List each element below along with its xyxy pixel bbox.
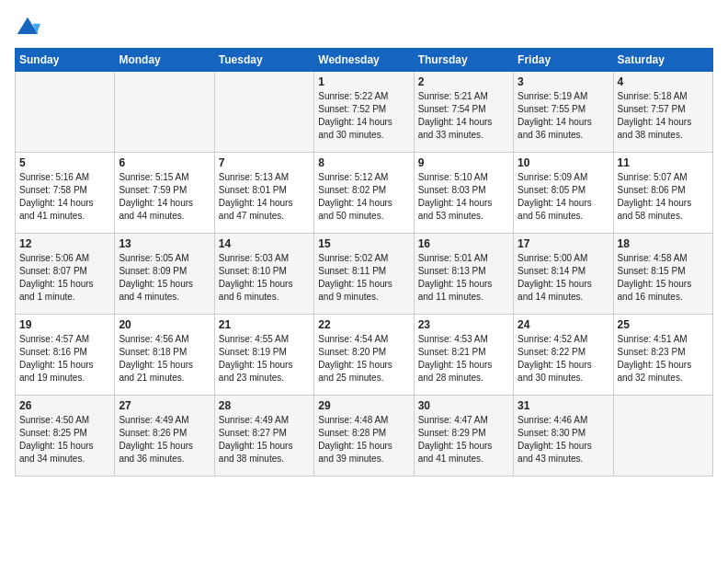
calendar-table: SundayMondayTuesdayWednesdayThursdayFrid… (15, 48, 713, 477)
day-info: Sunrise: 5:07 AM Sunset: 8:06 PM Dayligh… (618, 171, 709, 223)
calendar-cell: 15Sunrise: 5:02 AM Sunset: 8:11 PM Dayli… (314, 234, 414, 315)
day-info: Sunrise: 5:22 AM Sunset: 7:52 PM Dayligh… (318, 90, 409, 142)
day-info: Sunrise: 4:53 AM Sunset: 8:21 PM Dayligh… (418, 333, 509, 385)
day-info: Sunrise: 5:09 AM Sunset: 8:05 PM Dayligh… (518, 171, 609, 223)
day-info: Sunrise: 5:05 AM Sunset: 8:09 PM Dayligh… (119, 252, 210, 304)
week-row-3: 19Sunrise: 4:57 AM Sunset: 8:16 PM Dayli… (16, 315, 713, 396)
calendar-cell: 14Sunrise: 5:03 AM Sunset: 8:10 PM Dayli… (214, 234, 313, 315)
calendar-cell: 23Sunrise: 4:53 AM Sunset: 8:21 PM Dayli… (414, 315, 513, 396)
day-number: 6 (119, 156, 210, 169)
day-number: 17 (518, 237, 609, 250)
day-number: 2 (418, 75, 509, 88)
day-number: 24 (518, 318, 609, 331)
day-info: Sunrise: 5:00 AM Sunset: 8:14 PM Dayligh… (518, 252, 609, 304)
day-info: Sunrise: 4:56 AM Sunset: 8:18 PM Dayligh… (119, 333, 210, 385)
day-number: 10 (518, 156, 609, 169)
day-number: 20 (119, 318, 210, 331)
day-info: Sunrise: 5:01 AM Sunset: 8:13 PM Dayligh… (418, 252, 509, 304)
day-info: Sunrise: 4:54 AM Sunset: 8:20 PM Dayligh… (318, 333, 409, 385)
day-number: 31 (518, 399, 609, 412)
day-info: Sunrise: 4:49 AM Sunset: 8:26 PM Dayligh… (119, 414, 210, 465)
day-info: Sunrise: 5:02 AM Sunset: 8:11 PM Dayligh… (318, 252, 409, 304)
day-info: Sunrise: 5:06 AM Sunset: 8:07 PM Dayligh… (19, 252, 110, 304)
calendar-cell: 3Sunrise: 5:19 AM Sunset: 7:55 PM Daylig… (514, 72, 613, 153)
calendar-cell: 5Sunrise: 5:16 AM Sunset: 7:58 PM Daylig… (16, 153, 115, 234)
week-row-2: 12Sunrise: 5:06 AM Sunset: 8:07 PM Dayli… (16, 234, 713, 315)
calendar-cell: 18Sunrise: 4:58 AM Sunset: 8:15 PM Dayli… (613, 234, 712, 315)
calendar-cell: 27Sunrise: 4:49 AM Sunset: 8:26 PM Dayli… (115, 396, 214, 477)
calendar-cell: 22Sunrise: 4:54 AM Sunset: 8:20 PM Dayli… (314, 315, 414, 396)
day-number: 11 (618, 156, 709, 169)
header-day-saturday: Saturday (613, 49, 712, 72)
day-number: 9 (418, 156, 509, 169)
calendar-cell: 13Sunrise: 5:05 AM Sunset: 8:09 PM Dayli… (115, 234, 214, 315)
calendar-cell: 16Sunrise: 5:01 AM Sunset: 8:13 PM Dayli… (414, 234, 513, 315)
day-info: Sunrise: 4:46 AM Sunset: 8:30 PM Dayligh… (518, 414, 609, 465)
day-number: 27 (119, 399, 210, 412)
day-number: 25 (618, 318, 709, 331)
calendar-cell: 24Sunrise: 4:52 AM Sunset: 8:22 PM Dayli… (514, 315, 613, 396)
day-info: Sunrise: 4:58 AM Sunset: 8:15 PM Dayligh… (618, 252, 709, 304)
day-number: 29 (318, 399, 409, 412)
calendar-cell: 11Sunrise: 5:07 AM Sunset: 8:06 PM Dayli… (613, 153, 712, 234)
day-info: Sunrise: 4:51 AM Sunset: 8:23 PM Dayligh… (618, 333, 709, 385)
calendar-cell: 30Sunrise: 4:47 AM Sunset: 8:29 PM Dayli… (414, 396, 513, 477)
week-row-0: 1Sunrise: 5:22 AM Sunset: 7:52 PM Daylig… (16, 72, 713, 153)
day-info: Sunrise: 5:19 AM Sunset: 7:55 PM Dayligh… (518, 90, 609, 142)
day-number: 26 (19, 399, 110, 412)
header-day-monday: Monday (115, 49, 214, 72)
day-info: Sunrise: 5:03 AM Sunset: 8:10 PM Dayligh… (219, 252, 310, 304)
day-number: 22 (318, 318, 409, 331)
day-info: Sunrise: 4:48 AM Sunset: 8:28 PM Dayligh… (318, 414, 409, 465)
logo (15, 15, 44, 40)
calendar-cell: 12Sunrise: 5:06 AM Sunset: 8:07 PM Dayli… (16, 234, 115, 315)
day-number: 14 (219, 237, 310, 250)
page-header (15, 15, 713, 40)
day-info: Sunrise: 4:55 AM Sunset: 8:19 PM Dayligh… (219, 333, 310, 385)
header-day-thursday: Thursday (414, 49, 513, 72)
day-number: 18 (618, 237, 709, 250)
day-number: 19 (19, 318, 110, 331)
day-number: 28 (219, 399, 310, 412)
day-number: 12 (19, 237, 110, 250)
header-day-wednesday: Wednesday (314, 49, 414, 72)
day-info: Sunrise: 4:57 AM Sunset: 8:16 PM Dayligh… (19, 333, 110, 385)
day-number: 21 (219, 318, 310, 331)
calendar-cell: 26Sunrise: 4:50 AM Sunset: 8:25 PM Dayli… (16, 396, 115, 477)
day-number: 15 (318, 237, 409, 250)
day-info: Sunrise: 5:12 AM Sunset: 8:02 PM Dayligh… (318, 171, 409, 223)
calendar-cell (16, 72, 115, 153)
calendar-cell: 7Sunrise: 5:13 AM Sunset: 8:01 PM Daylig… (214, 153, 313, 234)
header-day-tuesday: Tuesday (214, 49, 313, 72)
calendar-cell (613, 396, 712, 477)
header-day-sunday: Sunday (16, 49, 115, 72)
day-info: Sunrise: 4:50 AM Sunset: 8:25 PM Dayligh… (19, 414, 110, 465)
day-info: Sunrise: 4:49 AM Sunset: 8:27 PM Dayligh… (219, 414, 310, 465)
day-info: Sunrise: 4:47 AM Sunset: 8:29 PM Dayligh… (418, 414, 509, 465)
calendar-cell: 4Sunrise: 5:18 AM Sunset: 7:57 PM Daylig… (613, 72, 712, 153)
day-info: Sunrise: 5:15 AM Sunset: 7:59 PM Dayligh… (119, 171, 210, 223)
day-number: 23 (418, 318, 509, 331)
day-number: 16 (418, 237, 509, 250)
day-info: Sunrise: 5:18 AM Sunset: 7:57 PM Dayligh… (618, 90, 709, 142)
week-row-4: 26Sunrise: 4:50 AM Sunset: 8:25 PM Dayli… (16, 396, 713, 477)
day-number: 30 (418, 399, 509, 412)
day-info: Sunrise: 5:10 AM Sunset: 8:03 PM Dayligh… (418, 171, 509, 223)
day-number: 7 (219, 156, 310, 169)
calendar-cell: 8Sunrise: 5:12 AM Sunset: 8:02 PM Daylig… (314, 153, 414, 234)
calendar-cell: 28Sunrise: 4:49 AM Sunset: 8:27 PM Dayli… (214, 396, 313, 477)
calendar-cell: 17Sunrise: 5:00 AM Sunset: 8:14 PM Dayli… (514, 234, 613, 315)
calendar-cell: 20Sunrise: 4:56 AM Sunset: 8:18 PM Dayli… (115, 315, 214, 396)
day-info: Sunrise: 5:21 AM Sunset: 7:54 PM Dayligh… (418, 90, 509, 142)
logo-icon (15, 15, 40, 40)
day-info: Sunrise: 5:13 AM Sunset: 8:01 PM Dayligh… (219, 171, 310, 223)
calendar-cell (115, 72, 214, 153)
calendar-cell: 31Sunrise: 4:46 AM Sunset: 8:30 PM Dayli… (514, 396, 613, 477)
calendar-cell: 25Sunrise: 4:51 AM Sunset: 8:23 PM Dayli… (613, 315, 712, 396)
calendar-cell: 29Sunrise: 4:48 AM Sunset: 8:28 PM Dayli… (314, 396, 414, 477)
calendar-cell (214, 72, 313, 153)
day-number: 4 (618, 75, 709, 88)
calendar-cell: 19Sunrise: 4:57 AM Sunset: 8:16 PM Dayli… (16, 315, 115, 396)
day-number: 13 (119, 237, 210, 250)
day-number: 8 (318, 156, 409, 169)
